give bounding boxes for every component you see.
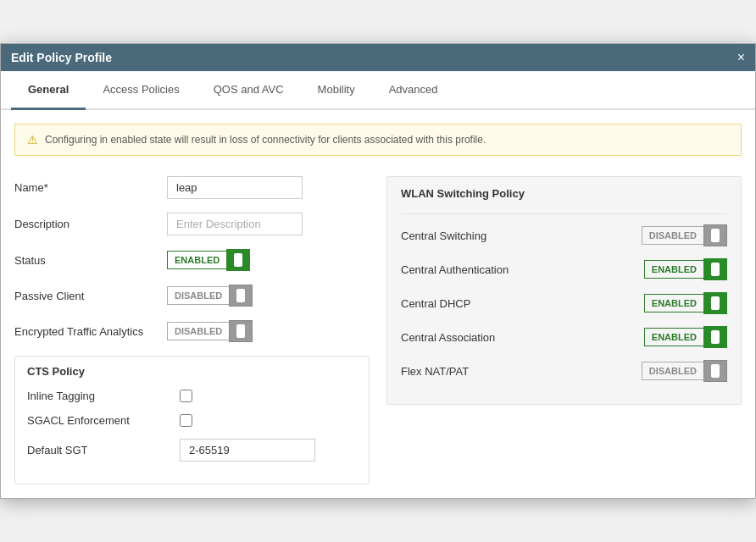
default-sgt-input[interactable] — [180, 439, 315, 462]
flex-nat-pat-row: Flex NAT/PAT DISABLED — [401, 360, 727, 382]
encrypted-traffic-toggle-label: DISABLED — [167, 322, 229, 340]
sgacl-enforcement-label: SGACL Enforcement — [27, 414, 180, 427]
status-toggle-label: ENABLED — [167, 251, 226, 269]
cts-policy-section: CTS Policy Inline Tagging SGACL Enforcem… — [14, 356, 370, 484]
modal-close-button[interactable]: × — [737, 51, 745, 64]
flex-nat-pat-toggle[interactable]: DISABLED — [642, 360, 727, 382]
passive-client-knob — [236, 289, 245, 302]
encrypted-traffic-row: Encrypted Traffic Analytics DISABLED — [14, 320, 370, 342]
left-panel: Name* Description Status ENABLED — [14, 176, 370, 484]
cts-policy-title: CTS Policy — [27, 365, 357, 378]
central-authentication-switch[interactable] — [703, 258, 727, 280]
central-dhcp-toggle[interactable]: ENABLED — [644, 292, 727, 314]
passive-client-label: Passive Client — [14, 290, 167, 302]
tab-general[interactable]: General — [11, 71, 86, 110]
central-dhcp-toggle-label: ENABLED — [644, 294, 703, 312]
inline-tagging-checkbox[interactable] — [180, 390, 192, 402]
central-association-toggle-label: ENABLED — [644, 328, 703, 346]
modal-header: Edit Policy Profile × — [1, 44, 755, 71]
passive-client-row: Passive Client DISABLED — [14, 285, 370, 307]
central-association-label: Central Association — [401, 331, 644, 344]
encrypted-traffic-knob — [236, 324, 245, 338]
passive-client-toggle-switch[interactable] — [229, 285, 253, 307]
flex-nat-pat-switch[interactable] — [703, 360, 727, 382]
wlan-switching-title: WLAN Switching Policy — [401, 187, 727, 200]
tab-bar: General Access Policies QOS and AVC Mobi… — [1, 71, 755, 110]
central-association-toggle[interactable]: ENABLED — [644, 326, 727, 348]
central-switching-toggle[interactable]: DISABLED — [642, 224, 727, 246]
passive-client-toggle[interactable]: DISABLED — [167, 285, 253, 307]
central-switching-label: Central Switching — [401, 230, 642, 242]
tab-advanced[interactable]: Advanced — [372, 71, 455, 110]
status-toggle[interactable]: ENABLED — [167, 249, 250, 271]
description-input[interactable] — [167, 213, 303, 235]
central-authentication-row: Central Authentication ENABLED — [401, 258, 727, 280]
inline-tagging-row: Inline Tagging — [27, 390, 357, 402]
name-label: Name* — [14, 181, 167, 194]
central-dhcp-row: Central DHCP ENABLED — [401, 292, 727, 314]
wlan-switching-section: WLAN Switching Policy Central Switching … — [386, 176, 742, 405]
tab-access-policies[interactable]: Access Policies — [86, 71, 196, 110]
main-content: Name* Description Status ENABLED — [1, 163, 755, 498]
description-label: Description — [14, 218, 167, 230]
central-association-row: Central Association ENABLED — [401, 326, 727, 348]
status-toggle-switch[interactable] — [226, 249, 250, 271]
wlan-divider — [401, 213, 727, 214]
central-authentication-toggle[interactable]: ENABLED — [644, 258, 727, 280]
status-toggle-knob — [234, 253, 242, 267]
modal-title: Edit Policy Profile — [11, 51, 112, 64]
default-sgt-label: Default SGT — [27, 444, 180, 456]
flex-nat-pat-label: Flex NAT/PAT — [401, 365, 642, 378]
central-dhcp-switch[interactable] — [703, 292, 727, 314]
name-input[interactable] — [167, 176, 303, 199]
sgacl-enforcement-checkbox[interactable] — [180, 414, 192, 427]
encrypted-traffic-toggle-switch[interactable] — [229, 320, 253, 342]
passive-client-toggle-label: DISABLED — [167, 286, 229, 305]
description-row: Description — [14, 213, 370, 235]
flex-nat-pat-toggle-label: DISABLED — [642, 362, 703, 380]
central-authentication-label: Central Authentication — [401, 263, 644, 276]
name-row: Name* — [14, 176, 370, 199]
central-authentication-toggle-label: ENABLED — [644, 260, 703, 279]
central-dhcp-label: Central DHCP — [401, 297, 644, 310]
status-row: Status ENABLED — [14, 249, 370, 271]
central-association-switch[interactable] — [703, 326, 727, 348]
warning-banner: ⚠ Configuring in enabled state will resu… — [14, 124, 742, 156]
default-sgt-row: Default SGT — [27, 439, 357, 462]
encrypted-traffic-label: Encrypted Traffic Analytics — [14, 325, 167, 338]
status-label: Status — [14, 254, 167, 267]
warning-icon: ⚠ — [27, 133, 38, 147]
central-switching-toggle-label: DISABLED — [642, 226, 703, 245]
tab-qos-avc[interactable]: QOS and AVC — [197, 71, 301, 110]
edit-policy-modal: Edit Policy Profile × General Access Pol… — [0, 43, 756, 499]
right-panel: WLAN Switching Policy Central Switching … — [386, 176, 742, 484]
warning-text: Configuring in enabled state will result… — [45, 134, 486, 146]
central-switching-switch[interactable] — [703, 224, 727, 246]
inline-tagging-label: Inline Tagging — [27, 390, 180, 402]
encrypted-traffic-toggle[interactable]: DISABLED — [167, 320, 253, 342]
tab-mobility[interactable]: Mobility — [301, 71, 372, 110]
central-switching-row: Central Switching DISABLED — [401, 224, 727, 246]
sgacl-enforcement-row: SGACL Enforcement — [27, 414, 357, 427]
